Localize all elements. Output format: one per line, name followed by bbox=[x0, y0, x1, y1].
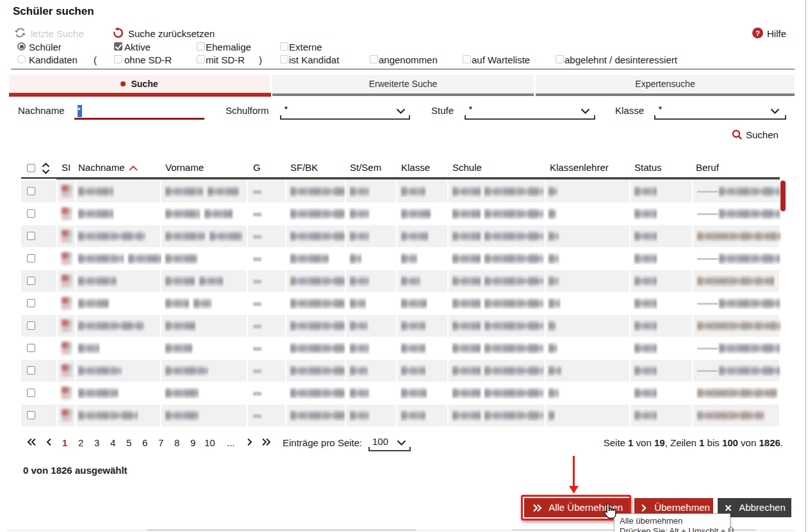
svg-text:?: ? bbox=[755, 29, 760, 37]
